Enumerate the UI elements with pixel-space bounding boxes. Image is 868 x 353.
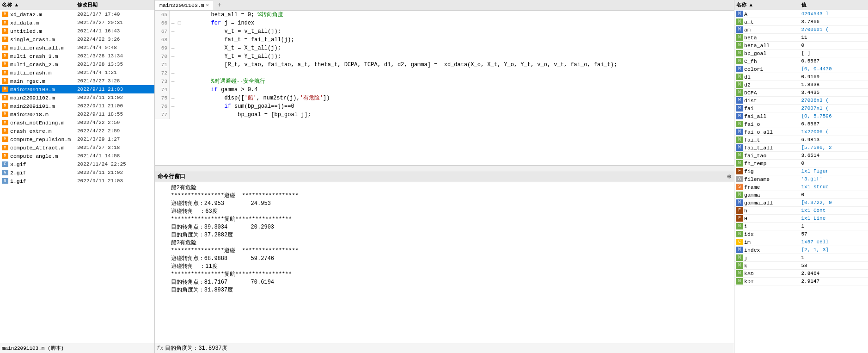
var-item[interactable]: M gamma_all [0.3722, 0 — [734, 199, 868, 207]
tab-close-button[interactable]: ✕ — [206, 2, 209, 8]
var-item[interactable]: F H 1x1 Line — [734, 215, 868, 223]
command-header: 命令行窗口 ⊕ — [155, 171, 734, 182]
code-line[interactable]: 70 — Y_t = Y_t_all(j); — [155, 52, 734, 61]
var-item[interactable]: C im 1x57 cell — [734, 238, 868, 246]
var-value: 3.7866 — [801, 19, 867, 25]
var-item[interactable]: N fai_o 0.5567 — [734, 120, 868, 128]
var-item[interactable]: N d2 1.8338 — [734, 81, 868, 89]
var-value: 429x543 l — [801, 11, 867, 17]
file-item[interactable]: M main22091101.m 2022/9/11 21:00 — [0, 102, 154, 110]
file-type-icon: M — [2, 28, 8, 34]
var-item[interactable]: M am 27006x1 ( — [734, 26, 868, 34]
var-item[interactable]: N j 1 — [734, 254, 868, 262]
file-item[interactable]: M xd_data2.m 2021/3/7 17:40 — [0, 10, 154, 19]
var-value: 0 — [801, 161, 867, 166]
line-number: 77 — [155, 111, 170, 119]
var-item[interactable]: N idx 57 — [734, 230, 868, 238]
var-item[interactable]: N kDT 2.9147 — [734, 278, 868, 285]
file-item[interactable]: G 1.gif 2022/9/11 21:03 — [0, 177, 154, 185]
command-content[interactable]: 船2有危险 ****************避碰 ***************… — [155, 182, 734, 343]
file-item[interactable]: G 3.gif 2022/11/24 22:25 — [0, 160, 154, 168]
var-item[interactable]: N fai_t 6.9813 — [734, 136, 868, 144]
file-item[interactable]: M compute_repulsion.m 2021/3/29 1:27 — [0, 135, 154, 143]
var-item[interactable]: N bp_goal [ ] — [734, 50, 868, 57]
code-line[interactable]: 77 — bp_goal = [bp_goal j]; — [155, 111, 734, 119]
var-value: 1x57 cell — [801, 239, 867, 245]
file-item[interactable]: M main22091103.m 2022/9/11 21:03 — [0, 85, 154, 93]
file-item[interactable]: M multi_crash_2.m 2021/3/28 13:35 — [0, 60, 154, 68]
line-number: 75 — [155, 94, 170, 102]
var-item[interactable]: M fai 27007x1 ( — [734, 105, 868, 112]
var-item[interactable]: F h 1x1 Cont — [734, 207, 868, 215]
file-type-icon: M — [2, 87, 8, 92]
file-item[interactable]: M multi_crash_3.m 2021/3/28 13:34 — [0, 52, 154, 60]
file-item[interactable]: G 2.gif 2022/9/11 21:02 — [0, 168, 154, 177]
var-item[interactable]: M color1 [0, 0.4470 — [734, 65, 868, 73]
code-line[interactable]: 66 — □ for j = index — [155, 19, 734, 27]
code-line[interactable]: 74 — if gamma > 0.4 — [155, 86, 734, 94]
var-item[interactable]: N fai_tao 3.6514 — [734, 152, 868, 160]
code-line[interactable]: 67 — v_t = v_t_all(j); — [155, 27, 734, 36]
file-item[interactable]: M single_crash.m 2022/4/22 3:26 — [0, 35, 154, 43]
code-line[interactable]: 73 — %对遇避碰--安全航行 — [155, 77, 734, 86]
var-type-icon: N — [736, 121, 743, 127]
code-line[interactable]: 65 — beta_all = 0; %转向角度 — [155, 11, 734, 19]
name-column-header[interactable]: 名称 ▲ — [2, 1, 77, 8]
file-item[interactable]: M main220718.m 2022/9/11 18:55 — [0, 110, 154, 118]
var-type-icon: N — [736, 231, 743, 237]
var-item[interactable]: M A 429x543 l — [734, 10, 868, 18]
file-item[interactable]: M compute_Attract.m 2021/3/27 3:18 — [0, 143, 154, 152]
code-line[interactable]: 75 — disp(['船', num2str(j),'有危险']) — [155, 94, 734, 102]
line-expand-icon[interactable]: □ — [176, 19, 183, 27]
var-item[interactable]: N k 58 — [734, 262, 868, 270]
var-item[interactable]: M fai_t_all [5.7596, 2 — [734, 144, 868, 152]
var-item[interactable]: N kAD 2.8464 — [734, 270, 868, 278]
var-item[interactable]: N gamma 0 — [734, 191, 868, 199]
var-name-header[interactable]: 名称 ▲ — [736, 1, 801, 8]
file-item[interactable]: M crash_extre.m 2022/4/22 2:59 — [0, 127, 154, 135]
var-item[interactable]: N DCPA 3.4435 — [734, 89, 868, 97]
file-item[interactable]: M untitled.m 2021/4/1 16:43 — [0, 27, 154, 35]
file-type-icon: M — [2, 95, 8, 100]
var-item[interactable]: M index [2, 1, 3] — [734, 246, 868, 254]
var-item[interactable]: N i 1 — [734, 223, 868, 230]
editor-tab-main[interactable]: main22091103.m ✕ — [155, 1, 214, 10]
var-item[interactable]: N fh_temp 0 — [734, 160, 868, 167]
file-item[interactable]: M multi_crash_all.m 2021/4/4 0:48 — [0, 43, 154, 52]
file-item[interactable]: M xd_data.m 2021/3/27 20:31 — [0, 19, 154, 27]
var-item[interactable]: N a_t 3.7866 — [734, 18, 868, 26]
code-line[interactable]: 71 — [R_t, v_tao, fai_tao, a_t, theta_t,… — [155, 61, 734, 69]
var-name: N kAD — [736, 270, 801, 277]
var-item[interactable]: M fai_o_all 1x27006 ( — [734, 128, 868, 136]
var-item[interactable]: A filename '3.gif' — [734, 175, 868, 183]
file-item[interactable]: M main_rgsc.m 2021/3/27 3:28 — [0, 77, 154, 85]
file-name: M main220718.m — [2, 111, 77, 118]
code-line[interactable]: 68 — fai_t = fai_t_all(j); — [155, 36, 734, 44]
file-item[interactable]: M main22091102.m 2022/9/11 21:02 — [0, 93, 154, 102]
command-expand-icon[interactable]: ⊕ — [727, 173, 731, 180]
line-code: [R_t, v_tao, fai_tao, a_t, theta_t, DCPA… — [183, 61, 734, 69]
var-name: M fai — [736, 105, 801, 111]
command-line: 船3有危险 — [158, 239, 731, 247]
var-item[interactable]: N beta 11 — [734, 34, 868, 42]
new-tab-button[interactable]: + — [214, 0, 225, 10]
code-line[interactable]: 72 — — [155, 69, 734, 77]
file-item[interactable]: M multi_crash.m 2021/4/4 1:21 — [0, 68, 154, 77]
code-line[interactable]: 69 — X_t = X_t_all(j); — [155, 44, 734, 52]
file-name: M multi_crash.m — [2, 70, 77, 76]
var-type-icon: M — [736, 113, 743, 119]
var-item[interactable]: N beta_all 0 — [734, 42, 868, 50]
file-item[interactable]: M compute_angle.m 2021/4/1 14:58 — [0, 152, 154, 160]
var-name: N idx — [736, 231, 801, 237]
editor-content[interactable]: 65 — beta_all = 0; %转向角度 66 — □ for j = … — [155, 11, 734, 165]
var-list: M A 429x543 l N a_t 3.7866 M am 27006x1 … — [734, 10, 868, 353]
file-item[interactable]: M crash_notEnding.m 2022/4/22 2:59 — [0, 118, 154, 127]
editor-hscroll[interactable] — [155, 165, 734, 171]
var-item[interactable]: S frame 1x1 struc — [734, 183, 868, 191]
var-item[interactable]: N C_fh 0.5567 — [734, 57, 868, 65]
var-item[interactable]: M dist 27006x3 ( — [734, 97, 868, 105]
code-line[interactable]: 76 — if sum(bp_goal==j)==0 — [155, 102, 734, 111]
var-item[interactable]: F fig 1x1 Figur — [734, 167, 868, 175]
var-item[interactable]: M fai_all [0, 5.7596 — [734, 112, 868, 120]
var-item[interactable]: N d1 0.9169 — [734, 73, 868, 81]
